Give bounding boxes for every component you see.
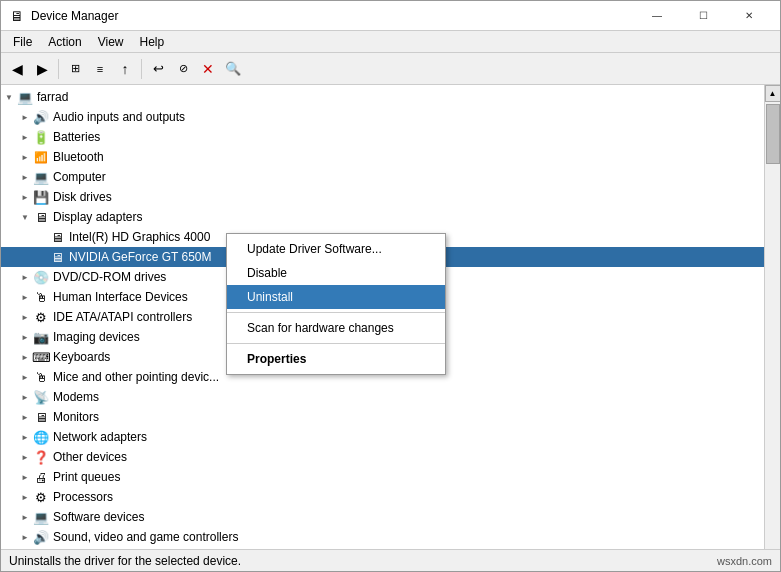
expander-processors[interactable]: ► (17, 487, 33, 507)
icon-batteries: 🔋 (33, 129, 49, 145)
show-hidden-button[interactable]: ⊞ (63, 57, 87, 81)
disable-button[interactable]: ⊘ (171, 57, 195, 81)
tree-item-bluetooth[interactable]: ► 📶 Bluetooth (1, 147, 764, 167)
menu-file[interactable]: File (5, 31, 40, 52)
expander-batteries[interactable]: ► (17, 127, 33, 147)
device-tree[interactable]: ▼ 💻 farrad ► 🔊 Audio inputs and outputs … (1, 85, 764, 549)
expander-sound[interactable]: ► (17, 527, 33, 547)
label-root: farrad (37, 90, 68, 104)
ctx-disable[interactable]: Disable (227, 261, 445, 285)
expander-imaging[interactable]: ► (17, 327, 33, 347)
expander-dvd[interactable]: ► (17, 267, 33, 287)
icon-network: 🌐 (33, 429, 49, 445)
tree-item-software[interactable]: ► 💻 Software devices (1, 507, 764, 527)
tree-item-batteries[interactable]: ► 🔋 Batteries (1, 127, 764, 147)
tree-item-modems[interactable]: ► 📡 Modems (1, 387, 764, 407)
close-button[interactable]: ✕ (726, 1, 772, 31)
tree-item-diskdrives[interactable]: ► 💾 Disk drives (1, 187, 764, 207)
label-audio: Audio inputs and outputs (53, 110, 185, 124)
expander-displayadapters[interactable]: ▼ (17, 207, 33, 227)
title-bar: 🖥 Device Manager — ☐ ✕ (1, 1, 780, 31)
label-other: Other devices (53, 450, 127, 464)
icon-keyboards: ⌨ (33, 349, 49, 365)
toolbar-separator-2 (141, 59, 142, 79)
expander-monitors[interactable]: ► (17, 407, 33, 427)
label-print: Print queues (53, 470, 120, 484)
minimize-button[interactable]: — (634, 1, 680, 31)
icon-hid: 🖱 (33, 289, 49, 305)
menu-view[interactable]: View (90, 31, 132, 52)
ctx-uninstall[interactable]: Uninstall (227, 285, 445, 309)
tree-item-other[interactable]: ► ❓ Other devices (1, 447, 764, 467)
expander-storage[interactable]: ► (17, 547, 33, 549)
tree-item-displayadapters[interactable]: ▼ 🖥 Display adapters (1, 207, 764, 227)
back-button[interactable]: ◀ (5, 57, 29, 81)
status-brand: wsxdn.com (717, 555, 772, 567)
vertical-scrollbar[interactable]: ▲ (764, 85, 780, 549)
ctx-update-driver[interactable]: Update Driver Software... (227, 237, 445, 261)
expander-software[interactable]: ► (17, 507, 33, 527)
scan-button[interactable]: 🔍 (221, 57, 245, 81)
icon-dvd: 💿 (33, 269, 49, 285)
ctx-scan[interactable]: Scan for hardware changes (227, 316, 445, 340)
label-displayadapters: Display adapters (53, 210, 142, 224)
label-nvidia: NVIDIA GeForce GT 650M (69, 250, 212, 264)
forward-button[interactable]: ▶ (30, 57, 54, 81)
tree-item-sound[interactable]: ► 🔊 Sound, video and game controllers (1, 527, 764, 547)
expander-bluetooth[interactable]: ► (17, 147, 33, 167)
tree-item-processors[interactable]: ► ⚙ Processors (1, 487, 764, 507)
scroll-thumb[interactable] (766, 104, 780, 164)
icon-ide: ⚙ (33, 309, 49, 325)
expander-computer[interactable]: ► (17, 167, 33, 187)
icon-imaging: 📷 (33, 329, 49, 345)
expander-print[interactable]: ► (17, 467, 33, 487)
ctx-properties[interactable]: Properties (227, 347, 445, 371)
label-computer: Computer (53, 170, 106, 184)
expander-root[interactable]: ▼ (1, 87, 17, 107)
tree-item-storage[interactable]: ► 💾 Storage controllers (1, 547, 764, 549)
expander-modems[interactable]: ► (17, 387, 33, 407)
menu-action[interactable]: Action (40, 31, 89, 52)
main-content: ▼ 💻 farrad ► 🔊 Audio inputs and outputs … (1, 85, 780, 549)
expander-network[interactable]: ► (17, 427, 33, 447)
tree-item-network[interactable]: ► 🌐 Network adapters (1, 427, 764, 447)
properties-button[interactable]: ≡ (88, 57, 112, 81)
scroll-up-arrow[interactable]: ▲ (765, 85, 781, 102)
device-manager-window: 🖥 Device Manager — ☐ ✕ File Action View … (0, 0, 781, 572)
icon-print: 🖨 (33, 469, 49, 485)
maximize-button[interactable]: ☐ (680, 1, 726, 31)
expander-mice[interactable]: ► (17, 367, 33, 387)
label-dvd: DVD/CD-ROM drives (53, 270, 166, 284)
menu-bar: File Action View Help (1, 31, 780, 53)
icon-software: 💻 (33, 509, 49, 525)
expander-hid[interactable]: ► (17, 287, 33, 307)
expander-diskdrives[interactable]: ► (17, 187, 33, 207)
rollback-button[interactable]: ↩ (146, 57, 170, 81)
icon-audio: 🔊 (33, 109, 49, 125)
tree-item-computer[interactable]: ► 💻 Computer (1, 167, 764, 187)
icon-sound: 🔊 (33, 529, 49, 545)
label-diskdrives: Disk drives (53, 190, 112, 204)
tree-item-root[interactable]: ▼ 💻 farrad (1, 87, 764, 107)
icon-root: 💻 (17, 89, 33, 105)
expander-audio[interactable]: ► (17, 107, 33, 127)
context-menu: Update Driver Software... Disable Uninst… (226, 233, 446, 375)
tree-item-monitors[interactable]: ► 🖥 Monitors (1, 407, 764, 427)
menu-help[interactable]: Help (132, 31, 173, 52)
update-driver-button[interactable]: ↑ (113, 57, 137, 81)
tree-item-print[interactable]: ► 🖨 Print queues (1, 467, 764, 487)
icon-mice: 🖱 (33, 369, 49, 385)
expander-ide[interactable]: ► (17, 307, 33, 327)
label-software: Software devices (53, 510, 144, 524)
expander-other[interactable]: ► (17, 447, 33, 467)
label-processors: Processors (53, 490, 113, 504)
label-ide: IDE ATA/ATAPI controllers (53, 310, 192, 324)
toolbar-separator-1 (58, 59, 59, 79)
label-batteries: Batteries (53, 130, 100, 144)
uninstall-button[interactable]: ✕ (196, 57, 220, 81)
window-icon: 🖥 (9, 8, 25, 24)
window-controls: — ☐ ✕ (634, 1, 772, 31)
tree-item-audio[interactable]: ► 🔊 Audio inputs and outputs (1, 107, 764, 127)
icon-displayadapters: 🖥 (33, 209, 49, 225)
status-bar: Uninstalls the driver for the selected d… (1, 549, 780, 571)
